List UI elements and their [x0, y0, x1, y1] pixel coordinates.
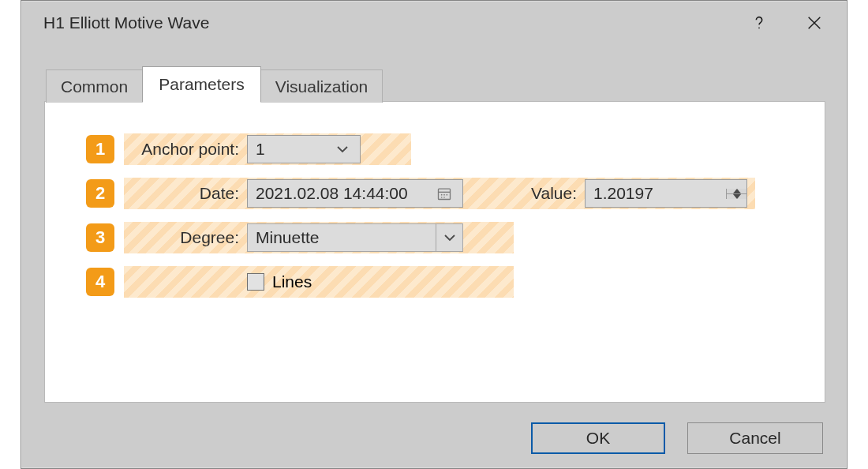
svg-point-0 [758, 28, 760, 29]
lines-label: Lines [272, 272, 312, 291]
marker-3-badge: 3 [86, 223, 114, 252]
marker-2-badge: 2 [86, 179, 114, 208]
degree-value: Minuette [256, 228, 320, 247]
degree-label: Degree: [129, 228, 247, 247]
date-input[interactable]: 2021.02.08 14:44:00 [247, 179, 463, 208]
tab-common-label: Common [61, 77, 128, 96]
parameters-panel: 1 Anchor point: 1 2 Date: 2021.02.08 14:… [44, 101, 825, 403]
marker-1-badge: 1 [86, 135, 114, 163]
dialog-window: H1 Elliott Motive Wave Common Parameters… [21, 0, 847, 469]
lines-checkbox[interactable] [247, 273, 264, 291]
tab-bar: Common Parameters Visualization [46, 68, 382, 103]
lines-checkbox-group[interactable]: Lines [247, 272, 312, 291]
value-value: 1.20197 [586, 184, 726, 203]
svg-point-5 [447, 194, 448, 196]
tab-common[interactable]: Common [46, 69, 143, 103]
value-step-down[interactable] [727, 194, 746, 199]
value-input[interactable]: 1.20197 [585, 179, 747, 208]
degree-dropdown-button[interactable] [436, 224, 462, 251]
row-anchor-point: 1 Anchor point: 1 [86, 133, 361, 165]
value-label: Value: [463, 184, 585, 203]
date-value: 2021.02.08 14:44:00 [256, 184, 408, 203]
close-icon[interactable] [799, 8, 829, 38]
cancel-button[interactable]: Cancel [687, 422, 823, 454]
ok-button-label: OK [586, 429, 610, 448]
svg-point-6 [441, 197, 443, 198]
degree-select[interactable]: Minuette [247, 223, 463, 252]
value-step-up[interactable] [727, 189, 746, 194]
anchor-point-label: Anchor point: [129, 140, 247, 159]
svg-point-4 [443, 194, 445, 196]
anchor-point-select[interactable]: 1 [247, 135, 361, 163]
title-bar: H1 Elliott Motive Wave [21, 1, 847, 45]
window-title: H1 Elliott Motive Wave [43, 13, 719, 32]
svg-point-3 [441, 194, 443, 196]
tab-parameters-label: Parameters [159, 75, 245, 94]
tab-visualization-label: Visualization [275, 77, 369, 96]
row-lines: 4 Lines [86, 266, 312, 298]
svg-point-7 [443, 197, 445, 198]
calendar-icon[interactable] [434, 183, 455, 204]
value-spinner-buttons [726, 189, 746, 199]
tab-parameters[interactable]: Parameters [142, 66, 261, 103]
help-icon[interactable] [744, 8, 774, 38]
ok-button[interactable]: OK [531, 422, 665, 454]
chevron-down-icon [333, 140, 352, 159]
dialog-button-bar: OK Cancel [531, 422, 823, 454]
cancel-button-label: Cancel [729, 429, 780, 448]
row-degree: 3 Degree: Minuette [86, 222, 463, 253]
date-label: Date: [129, 184, 247, 203]
marker-4-badge: 4 [86, 268, 114, 296]
row-date-value: 2 Date: 2021.02.08 14:44:00 Value: 1.201… [86, 178, 747, 209]
tab-visualization[interactable]: Visualization [260, 69, 383, 103]
anchor-point-value: 1 [256, 140, 265, 159]
